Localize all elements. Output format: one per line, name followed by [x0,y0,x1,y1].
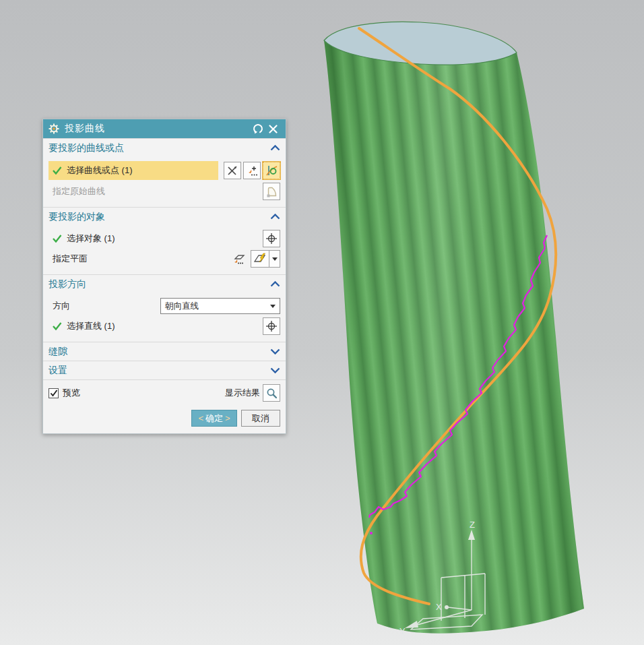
ok-button[interactable]: < 确定 > [191,410,237,427]
group-header-direction[interactable]: 投影方向 [43,275,286,293]
chevron-up-icon[interactable] [270,145,280,151]
chevron-up-icon[interactable] [270,281,280,287]
show-result-label: 显示结果 [225,387,260,399]
x-axis-label: X [436,602,442,612]
group-title: 投影方向 [49,278,270,290]
original-curve-button[interactable] [263,183,280,200]
group-title: 缝隙 [49,346,270,358]
specify-plane-label: 指定平面 [53,253,88,265]
check-icon [53,166,62,175]
direction-label-wrap: 方向 [49,300,160,312]
snap-point-button[interactable] [263,230,280,247]
direction-label: 方向 [53,300,70,312]
snap-point-button[interactable] [263,317,280,335]
chevron-up-icon[interactable] [270,214,280,220]
y-axis-label: Y [399,626,406,636]
application-canvas: Z X Y 投影曲线 [0,0,644,645]
cancel-button[interactable]: 取消 [241,410,280,427]
plane-constructor-button[interactable] [251,250,269,268]
ok-label: 确定 [205,412,223,425]
direction-select[interactable]: 朝向直线 [160,298,280,314]
preview-row: 预览 显示结果 [43,379,286,404]
curve-rule-button[interactable] [263,162,280,179]
group-projection-direction: 投影方向 方向 朝向直线 [43,274,286,342]
preview-checkbox[interactable] [49,388,59,398]
specify-plane-row[interactable]: 指定平面 [49,253,228,265]
reset-icon[interactable] [251,121,265,136]
group-objects-to-project: 要投影的对象 选择对象 (1) [43,207,286,274]
group-curves-to-project: 要投影的曲线或点 选择曲线或点 (1) [43,138,286,207]
point-constructor-button[interactable] [243,162,261,179]
select-line-row[interactable]: 选择直线 (1) [49,320,261,332]
specify-original-curve-row[interactable]: 指定原始曲线 [49,185,261,197]
select-object-row[interactable]: 选择对象 (1) [49,233,261,245]
dialog-titlebar[interactable]: 投影曲线 [43,119,286,138]
select-line-label: 选择直线 (1) [67,320,115,332]
group-title: 要投影的对象 [49,211,270,223]
chevron-down-icon[interactable] [270,367,280,373]
dialog-buttons: < 确定 > 取消 [43,404,286,433]
ok-bracket-right: > [225,413,230,423]
group-header-curves[interactable]: 要投影的曲线或点 [43,139,286,157]
check-icon [53,322,62,330]
group-header-settings[interactable]: 设置 [43,361,286,379]
chevron-down-icon [272,257,278,261]
gear-icon [49,123,59,134]
plane-dialog-button[interactable] [230,250,248,268]
plane-constructor-combo [251,250,280,268]
group-header-gap[interactable]: 缝隙 [43,342,286,361]
specify-original-curve-label: 指定原始曲线 [53,185,105,197]
ok-bracket-left: < [198,413,203,423]
project-curve-dialog: 投影曲线 要投影的曲线或点 [42,119,286,434]
group-header-objects[interactable]: 要投影的对象 [43,208,286,226]
group-settings: 设置 [43,361,286,379]
preview-label: 预览 [63,387,80,399]
chevron-down-icon[interactable] [270,348,280,355]
deselect-swap-button[interactable] [224,162,241,179]
select-curve-label: 选择曲线或点 (1) [67,164,133,177]
group-gap: 缝隙 [43,342,286,361]
direction-selected-value: 朝向直线 [165,301,270,312]
chevron-down-icon [270,305,276,308]
plane-options-dropdown-button[interactable] [269,250,280,268]
check-icon [53,235,62,243]
group-title: 设置 [49,365,270,377]
select-curve-or-point-row[interactable]: 选择曲线或点 (1) [49,161,218,180]
dialog-title: 投影曲线 [65,123,251,135]
select-object-label: 选择对象 (1) [67,233,115,245]
x-axis-ball [445,605,449,609]
group-title: 要投影的曲线或点 [49,142,270,154]
z-axis-label: Z [470,520,475,530]
close-icon[interactable] [265,121,280,136]
show-result-button[interactable] [263,384,280,402]
